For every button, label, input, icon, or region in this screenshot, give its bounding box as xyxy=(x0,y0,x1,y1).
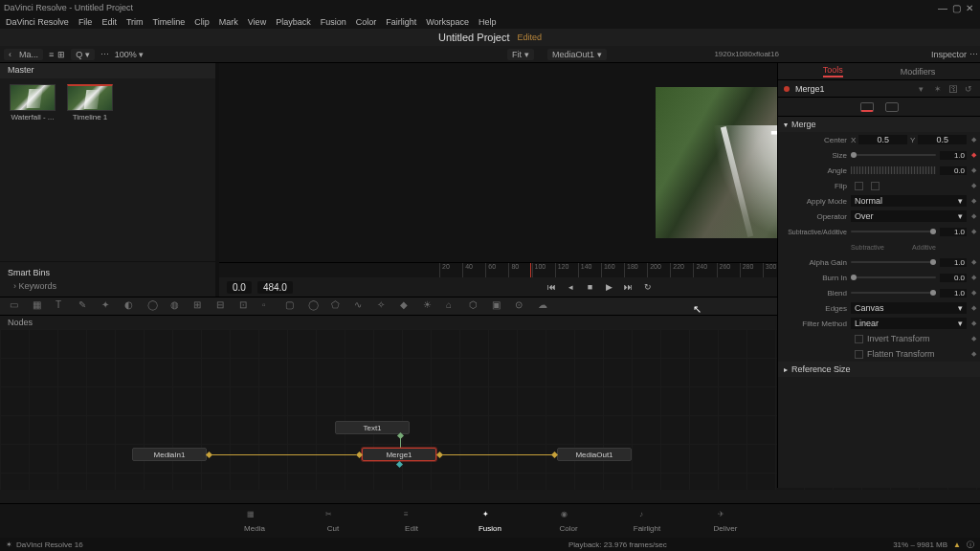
tab-controls-icon[interactable] xyxy=(860,102,874,112)
node-mediain[interactable]: MediaIn1 xyxy=(132,448,207,461)
camera-tool-icon[interactable]: ⌂ xyxy=(446,299,459,313)
tab-tools[interactable]: Tools xyxy=(823,65,843,77)
page-color[interactable]: ◉Color xyxy=(546,510,590,533)
pin-icon[interactable]: ✶ xyxy=(934,84,944,94)
minimize-icon[interactable]: — xyxy=(936,3,949,13)
paint-tool-icon[interactable]: ✎ xyxy=(78,299,92,313)
tracker-tool-icon[interactable]: ✦ xyxy=(101,299,115,313)
fit-dropdown[interactable]: Fit ▾ xyxy=(507,49,534,60)
page-fairlight[interactable]: ♪Fairlight xyxy=(625,510,669,533)
spline-button[interactable]: ∿ Spline xyxy=(665,29,723,45)
lock-icon[interactable]: ⚿ xyxy=(949,84,959,94)
loop-button[interactable]: ↻ xyxy=(641,280,655,294)
reset-icon[interactable]: ↺ xyxy=(965,84,974,94)
expand-right-button[interactable]: ◫ xyxy=(953,29,980,45)
smartbin-keywords[interactable]: › Keywords xyxy=(8,279,208,293)
menu-clip[interactable]: Clip xyxy=(194,17,210,27)
menu-color[interactable]: Color xyxy=(356,17,377,27)
list-view-icon[interactable]: ≡ xyxy=(49,50,54,59)
tab-settings-icon[interactable] xyxy=(885,102,899,112)
section-refsize[interactable]: ▸Reference Size xyxy=(778,362,980,377)
mask-tool-icon[interactable]: ◐ xyxy=(124,299,138,313)
render3d-tool-icon[interactable]: ⊙ xyxy=(515,299,528,313)
versions-icon[interactable]: ▾ xyxy=(919,84,928,94)
wand-tool-icon[interactable]: ✧ xyxy=(377,299,390,313)
page-cut[interactable]: ✂Cut xyxy=(311,510,355,533)
chroma-tool-icon[interactable]: ◆ xyxy=(400,299,413,313)
nodes-button[interactable]: ⊶ Nodes xyxy=(268,29,326,45)
metadata-button[interactable]: ☰ Metadata xyxy=(808,29,879,45)
clips-button[interactable]: ⊞ Clips xyxy=(212,29,263,45)
menu-trim[interactable]: Trim xyxy=(126,17,144,27)
close-icon[interactable]: ✕ xyxy=(963,3,976,13)
first-frame-button[interactable]: ⏮ xyxy=(546,280,559,294)
menu-davinci[interactable]: DaVinci Resolve xyxy=(6,17,69,27)
bin-master[interactable]: Master xyxy=(0,63,215,78)
timeline-thumb[interactable]: Timeline 1 xyxy=(67,84,113,121)
expand-button[interactable]: ◫ xyxy=(0,29,27,45)
node-merge[interactable]: Merge1 xyxy=(362,448,436,461)
last-frame-button[interactable]: ⏭ xyxy=(622,280,635,294)
menu-mark[interactable]: Mark xyxy=(219,17,238,27)
color-tool-icon[interactable]: ◯ xyxy=(147,299,161,313)
keyframes-button[interactable]: ◇ Keyframes xyxy=(726,29,803,45)
resize-tool-icon[interactable]: ▫ xyxy=(262,299,276,313)
burnin-slider[interactable] xyxy=(851,276,936,278)
menu-workspace[interactable]: Workspace xyxy=(426,17,469,27)
bin-dropdown[interactable]: ‹ Ma... xyxy=(4,49,43,60)
flatten-checkbox[interactable] xyxy=(855,350,863,359)
subadd-slider[interactable] xyxy=(851,231,936,232)
image3d-tool-icon[interactable]: ▣ xyxy=(492,299,505,313)
menu-timeline[interactable]: Timeline xyxy=(153,17,186,27)
shape3d-tool-icon[interactable]: ⬡ xyxy=(469,299,482,313)
search-dropdown[interactable]: Q ▾ xyxy=(71,49,95,60)
ellipse-mask-icon[interactable]: ◯ xyxy=(308,299,322,313)
effects-button[interactable]: ✦ Effects Library xyxy=(115,29,207,45)
section-merge[interactable]: ▾Merge xyxy=(778,117,980,132)
polygon-mask-icon[interactable]: ⬠ xyxy=(331,299,345,313)
playhead-icon[interactable] xyxy=(530,263,531,278)
tab-modifiers[interactable]: Modifiers xyxy=(901,67,936,77)
page-fusion[interactable]: ✦Fusion xyxy=(468,510,512,533)
page-media[interactable]: ▦Media xyxy=(233,510,277,533)
menu-playback[interactable]: Playback xyxy=(276,17,311,27)
angle-dial[interactable] xyxy=(851,166,936,174)
inspector-button[interactable]: ✶ Inspector xyxy=(883,29,953,45)
rectangle-mask-icon[interactable]: ▢ xyxy=(285,299,299,313)
menu-view[interactable]: View xyxy=(248,17,266,27)
bspline-mask-icon[interactable]: ∿ xyxy=(354,299,368,313)
transform-tool-icon[interactable]: ⊡ xyxy=(239,299,253,313)
fastnoise-tool-icon[interactable]: ▦ xyxy=(33,299,46,313)
left-viewer[interactable] xyxy=(219,63,600,262)
page-edit[interactable]: ≡Edit xyxy=(390,510,434,533)
thumb-view-icon[interactable]: ⊞ xyxy=(57,50,65,59)
flip-v-checkbox[interactable] xyxy=(871,182,880,190)
page-deliver[interactable]: ✈Deliver xyxy=(703,510,747,533)
light-tool-icon[interactable]: ☀ xyxy=(423,299,436,313)
blend-slider[interactable] xyxy=(851,292,936,294)
text-tool-icon[interactable]: T xyxy=(56,299,69,313)
invert-checkbox[interactable] xyxy=(855,335,863,343)
prev-frame-button[interactable]: ◂ xyxy=(565,280,578,294)
mediaout-dropdown[interactable]: MediaOut1 ▾ xyxy=(547,49,607,60)
zoom-left[interactable]: 100% ▾ xyxy=(115,50,145,59)
timecode-dur[interactable]: 484.0 xyxy=(257,281,293,294)
menu-edit[interactable]: Edit xyxy=(101,17,117,27)
operator-dropdown[interactable]: Over▾ xyxy=(851,210,967,222)
center-y-field[interactable]: 0.5 xyxy=(918,135,967,144)
play-button[interactable]: ▶ xyxy=(603,280,616,294)
channel-tool-icon[interactable]: ⊞ xyxy=(193,299,207,313)
mediapool-button[interactable]: ▦ Media Pool xyxy=(32,29,110,45)
timecode-in[interactable]: 0.0 xyxy=(227,281,252,294)
stop-button[interactable]: ■ xyxy=(584,280,597,294)
menu-fairlight[interactable]: Fairlight xyxy=(386,17,416,27)
blur-tool-icon[interactable]: ◍ xyxy=(170,299,184,313)
menu-fusion[interactable]: Fusion xyxy=(321,17,346,27)
menu-help[interactable]: Help xyxy=(479,17,497,27)
filter-dropdown[interactable]: Linear▾ xyxy=(851,318,967,329)
node-mediaout[interactable]: MediaOut1 xyxy=(557,448,632,461)
applymode-dropdown[interactable]: Normal▾ xyxy=(851,195,967,207)
fog-tool-icon[interactable]: ☁ xyxy=(538,299,551,313)
edges-dropdown[interactable]: Canvas▾ xyxy=(851,302,967,314)
alphagain-slider[interactable] xyxy=(851,261,936,263)
